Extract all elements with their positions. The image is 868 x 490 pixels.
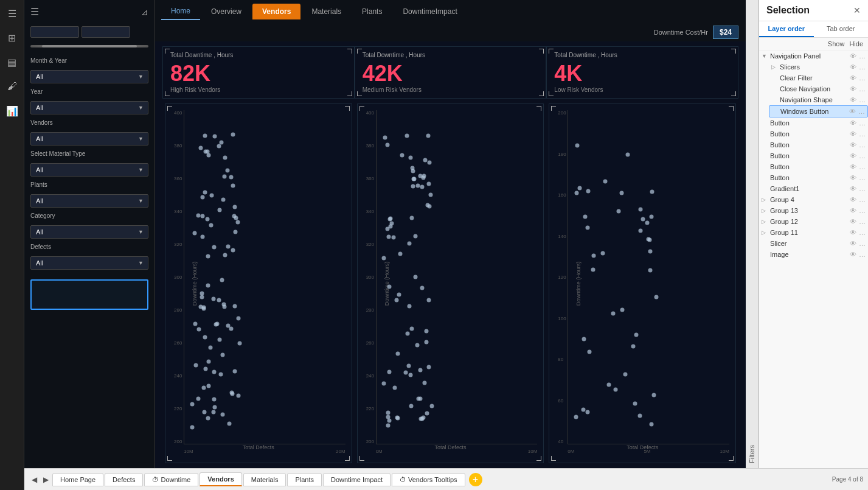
chart-2-dots	[376, 110, 538, 444]
layer-item-slicers[interactable]: ▷ Slicers 👁 …	[769, 61, 868, 72]
filters-sidebar-label[interactable]: Filters	[746, 0, 759, 468]
tab-vendors-tooltips[interactable]: ⏱ Vendors Tooltips	[392, 473, 465, 486]
plants-select[interactable]: All	[30, 194, 148, 208]
vendors-select[interactable]: All	[30, 132, 148, 145]
layer-item-button-3[interactable]: Button 👁 …	[759, 139, 868, 150]
layer-item-button-6[interactable]: Button 👁 …	[759, 172, 868, 183]
format-icon[interactable]: 🖌	[4, 78, 21, 95]
pages-icon[interactable]: ☰	[4, 5, 21, 22]
scatter-dot	[409, 156, 413, 160]
more-icon-slicers[interactable]: …	[859, 63, 866, 71]
layer-order-tab[interactable]: Layer order	[759, 21, 814, 37]
tab-downtime-impact[interactable]: DowntimeImpact	[393, 4, 467, 19]
date-end-input[interactable]: 31/12/2019	[82, 26, 130, 38]
chart-1-dots	[184, 110, 345, 444]
next-page-button[interactable]: ▶	[41, 474, 51, 485]
scatter-dot	[213, 135, 217, 139]
layer-item-group4[interactable]: ▷ Group 4 👁 …	[759, 194, 868, 205]
layer-item-navigation-panel[interactable]: ▼ Navigation Panel 👁 …	[759, 51, 868, 61]
hide-label[interactable]: Hide	[849, 40, 863, 47]
more-icon[interactable]: …	[859, 52, 866, 60]
tab-overview[interactable]: Overview	[201, 4, 251, 19]
scatter-dot	[409, 215, 414, 220]
kpi-2-value: 42K	[363, 61, 539, 86]
eye-icon[interactable]: 👁	[850, 52, 856, 60]
month-year-label: Month & Year	[30, 57, 148, 64]
kpi-3-label: Total Downtime , Hours	[554, 52, 731, 58]
right-panel-title: Selection	[766, 5, 810, 16]
scatter-dot	[193, 363, 198, 368]
tab-plants[interactable]: Plants	[287, 473, 322, 486]
tab-plants[interactable]: Plants	[352, 4, 392, 19]
layer-name-group4: Group 4	[770, 196, 794, 203]
material-type-select[interactable]: All	[30, 163, 148, 177]
scatter-dot	[226, 244, 230, 248]
layer-item-image[interactable]: Image 👁 …	[759, 249, 868, 260]
scatter-dot	[650, 214, 654, 219]
tab-materials[interactable]: Materials	[302, 4, 351, 19]
tab-downtime-impact[interactable]: Downtime Impact	[323, 473, 391, 486]
tab-order-tab[interactable]: Tab order	[814, 21, 869, 37]
layer-name-clear-filter: Clear Filter	[780, 74, 813, 82]
scatter-dot	[407, 304, 411, 308]
layer-item-gradient1[interactable]: Gradient1 👁 …	[759, 183, 868, 194]
scatter-dot	[200, 295, 204, 299]
scatter-dot	[422, 380, 426, 385]
tab-defects[interactable]: Defects	[105, 473, 143, 486]
defects-select[interactable]: All	[30, 256, 148, 270]
downtime-bar: Downtime Cost/Hr $24	[155, 23, 746, 41]
downtime-cost-value: $24	[713, 26, 738, 39]
visuals-icon[interactable]: ⊞	[4, 29, 21, 46]
sidebar-filter: ☰ ⊿ 01/01/2018 31/12/2019 Month & Year A…	[24, 0, 155, 468]
scatter-dot	[413, 275, 417, 279]
layer-item-button-1[interactable]: Button 👁 …	[759, 117, 868, 128]
hamburger-icon[interactable]: ☰	[30, 6, 39, 18]
layer-item-group13[interactable]: ▷ Group 13 👁 …	[759, 205, 868, 216]
layer-item-navigation-shape[interactable]: Navigation Shape 👁 …	[769, 94, 868, 105]
date-slider[interactable]	[30, 45, 148, 47]
tab-vendors[interactable]: Vendors	[252, 4, 300, 19]
scatter-dot	[200, 291, 204, 295]
tab-vendors[interactable]: Vendors	[200, 472, 241, 486]
analytics-icon[interactable]: 📊	[4, 102, 21, 119]
layer-item-group11[interactable]: ▷ Group 11 👁 …	[759, 227, 868, 238]
date-start-input[interactable]: 01/01/2018	[30, 26, 79, 38]
close-panel-button[interactable]: ✕	[853, 5, 861, 15]
layer-item-button-4[interactable]: Button 👁 …	[759, 150, 868, 161]
scatter-dot	[652, 393, 656, 397]
scatter-dot	[395, 352, 400, 356]
scatter-dot	[223, 156, 227, 160]
filters-icon[interactable]: ▤	[4, 54, 21, 71]
layer-item-windows-button[interactable]: Windows Button 👁 …	[769, 105, 868, 117]
prev-page-button[interactable]: ◀	[29, 474, 40, 485]
tab-home-page[interactable]: Home Page	[52, 473, 103, 486]
layer-item-button-5[interactable]: Button 👁 …	[759, 161, 868, 172]
scatter-dot	[397, 293, 401, 297]
month-year-select[interactable]: All	[30, 70, 148, 83]
year-select[interactable]: All	[30, 101, 148, 114]
layer-item-clear-filter[interactable]: Clear Filter 👁 …	[769, 72, 868, 83]
layer-item-button-2[interactable]: Button 👁 …	[759, 128, 868, 139]
scatter-dot	[217, 338, 221, 342]
eye-icon-slicers[interactable]: 👁	[850, 63, 856, 71]
defects-select-wrapper: All	[30, 256, 148, 270]
layer-item-group12[interactable]: ▷ Group 12 👁 …	[759, 216, 868, 227]
scatter-dot	[412, 177, 416, 181]
scatter-dot	[217, 298, 221, 302]
selected-box	[30, 279, 148, 310]
tab-home[interactable]: Home	[161, 3, 200, 20]
tab-downtime[interactable]: ⏱ Downtime	[144, 473, 198, 486]
scatter-dot	[425, 340, 429, 345]
scatter-dot	[425, 203, 429, 207]
show-label[interactable]: Show	[828, 40, 845, 47]
scatter-dot	[193, 322, 197, 326]
tab-row: Layer order Tab order	[759, 21, 868, 38]
layer-name-group13: Group 13	[770, 207, 798, 214]
layer-item-slicer[interactable]: Slicer 👁 …	[759, 238, 868, 249]
scatter-dot	[634, 333, 638, 337]
layer-item-close-navigation[interactable]: Close Navigation 👁 …	[769, 83, 868, 94]
category-select[interactable]: All	[30, 225, 148, 239]
filter-icon[interactable]: ⊿	[141, 7, 148, 17]
add-page-button[interactable]: +	[469, 473, 482, 486]
tab-materials[interactable]: Materials	[243, 473, 286, 486]
